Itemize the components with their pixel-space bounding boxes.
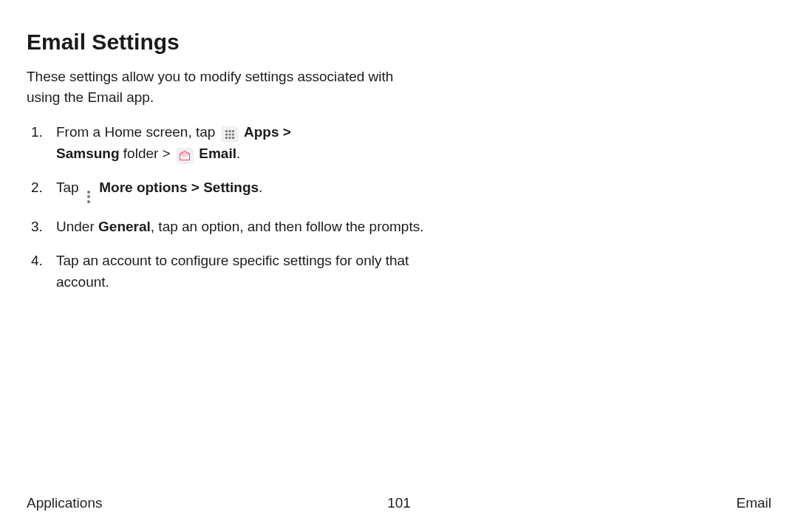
svg-point-3 <box>225 133 228 135</box>
step-3-text-b: , tap an option, and then follow the pro… <box>151 219 424 234</box>
svg-point-0 <box>225 130 228 132</box>
step-2: Tap More options > Settings. <box>27 177 440 203</box>
steps-list: From a Home screen, tap Apps > Samsung f… <box>27 122 440 293</box>
email-icon <box>176 148 194 164</box>
intro-paragraph: These settings allow you to modify setti… <box>27 66 426 107</box>
footer-right: Email <box>736 495 771 511</box>
svg-point-5 <box>232 133 234 135</box>
apps-icon <box>221 126 239 143</box>
apps-label: Apps <box>244 124 279 140</box>
footer-left: Applications <box>27 495 102 511</box>
svg-point-2 <box>232 130 234 132</box>
step-3-text-a: Under <box>56 219 98 234</box>
step-1: From a Home screen, tap Apps > Samsung f… <box>27 122 440 164</box>
page-footer: Applications 101 Email <box>27 495 771 511</box>
svg-point-4 <box>228 133 231 135</box>
step-4: Tap an account to configure specific set… <box>27 250 440 293</box>
step-2-text-a: Tap <box>56 180 83 195</box>
footer-page-number: 101 <box>387 495 411 511</box>
chevron-icon: > <box>187 180 203 195</box>
step-3: Under General, tap an option, and then f… <box>27 216 440 238</box>
step-2-end: . <box>259 180 262 195</box>
general-label: General <box>98 219 151 234</box>
svg-point-6 <box>225 137 228 139</box>
svg-point-8 <box>232 137 234 139</box>
folder-text: folder > <box>120 146 174 161</box>
step-1-text-a: From a Home screen, tap <box>56 124 219 140</box>
more-options-icon <box>83 191 94 203</box>
svg-point-7 <box>228 137 231 139</box>
page-heading: Email Settings <box>27 30 771 55</box>
more-options-label: More options <box>99 180 187 195</box>
svg-point-1 <box>228 130 231 132</box>
step-1-end: . <box>236 146 240 161</box>
email-label: Email <box>199 146 236 161</box>
settings-label: Settings <box>203 180 259 195</box>
chevron-icon: > <box>279 124 290 140</box>
samsung-label: Samsung <box>56 146 120 161</box>
